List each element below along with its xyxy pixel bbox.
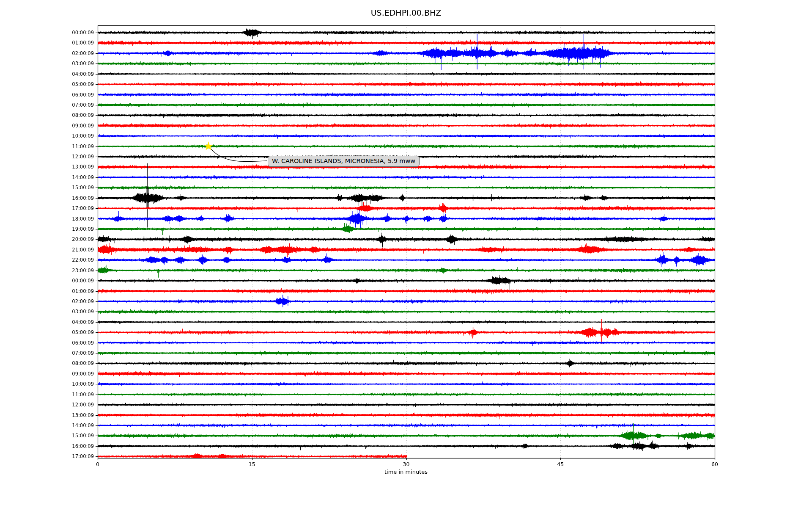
trace-time-label: 16:00:09 [55, 195, 94, 201]
trace-time-label: 19:00:09 [55, 226, 94, 232]
trace-time-label: 09:00:09 [55, 371, 94, 377]
trace-time-label: 02:00:09 [55, 298, 94, 304]
trace-time-label: 01:00:09 [55, 288, 94, 294]
trace-time-label: 15:00:09 [55, 185, 94, 190]
trace-time-label: 09:00:09 [55, 123, 94, 129]
x-tick-label: 15 [249, 461, 255, 467]
trace-time-label: 21:00:09 [55, 247, 94, 253]
trace-time-label: 08:00:09 [55, 360, 94, 366]
page-title: US.EDHPI.00.BHZ [0, 8, 812, 17]
trace-time-label: 13:00:09 [55, 412, 94, 418]
trace-time-label: 17:00:09 [55, 205, 94, 211]
trace-time-label: 14:00:09 [55, 422, 94, 428]
event-annotation-label: W. CAROLINE ISLANDS, MICRONESIA, 5.9 mww [268, 156, 420, 167]
x-axis-label: time in minutes [0, 469, 812, 475]
trace-time-label: 10:00:09 [55, 133, 94, 139]
trace-time-label: 06:00:09 [55, 92, 94, 98]
trace-time-label: 16:00:09 [55, 443, 94, 449]
trace-time-label: 20:00:09 [55, 236, 94, 242]
trace-time-label: 15:00:09 [55, 433, 94, 439]
trace-time-label: 04:00:09 [55, 71, 94, 77]
trace-time-label: 23:00:09 [55, 268, 94, 273]
event-star-icon [203, 141, 214, 151]
seismogram-canvas [0, 0, 812, 508]
seismogram-figure: US.EDHPI.00.BHZ time in minutes W. CAROL… [0, 0, 812, 508]
trace-time-label: 03:00:09 [55, 309, 94, 315]
trace-time-label: 22:00:09 [55, 257, 94, 263]
trace-time-label: 06:00:09 [55, 340, 94, 346]
trace-time-label: 10:00:09 [55, 381, 94, 387]
trace-time-label: 08:00:09 [55, 112, 94, 118]
trace-time-label: 12:00:09 [55, 154, 94, 160]
trace-time-label: 01:00:09 [55, 40, 94, 46]
trace-time-label: 07:00:09 [55, 350, 94, 356]
trace-time-label: 07:00:09 [55, 102, 94, 108]
trace-time-label: 18:00:09 [55, 216, 94, 222]
trace-time-label: 11:00:09 [55, 144, 94, 149]
trace-time-label: 00:00:09 [55, 278, 94, 284]
x-tick-label: 60 [711, 461, 718, 467]
trace-time-label: 03:00:09 [55, 61, 94, 66]
trace-time-label: 04:00:09 [55, 319, 94, 325]
trace-time-label: 17:00:09 [55, 453, 94, 459]
trace-time-label: 14:00:09 [55, 174, 94, 180]
trace-time-label: 11:00:09 [55, 392, 94, 398]
x-tick-label: 30 [403, 461, 410, 467]
trace-time-label: 13:00:09 [55, 164, 94, 170]
trace-time-label: 05:00:09 [55, 329, 94, 335]
x-tick-label: 45 [557, 461, 564, 467]
trace-time-label: 00:00:09 [55, 30, 94, 36]
x-tick-label: 0 [96, 461, 99, 467]
trace-time-label: 05:00:09 [55, 81, 94, 87]
trace-time-label: 12:00:09 [55, 402, 94, 408]
trace-time-label: 02:00:09 [55, 50, 94, 56]
